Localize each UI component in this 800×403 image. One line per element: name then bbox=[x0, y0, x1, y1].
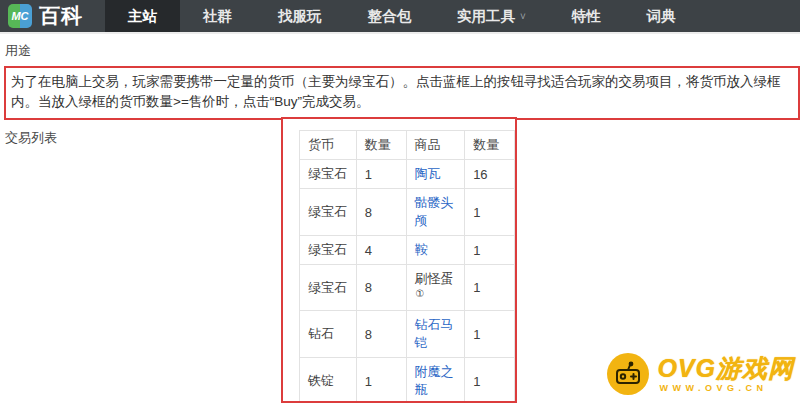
cell-amount: 1 bbox=[465, 189, 515, 236]
cell-quantity: 8 bbox=[356, 265, 406, 311]
header-amount: 数量 bbox=[465, 131, 515, 160]
cell-quantity: 8 bbox=[356, 311, 406, 358]
site-logo[interactable]: MC 百科 bbox=[0, 0, 93, 32]
watermark-url: WWW.OVG.CN bbox=[659, 383, 767, 393]
item-link-附魔之瓶[interactable]: 附魔之瓶 bbox=[415, 364, 454, 397]
trade-row: 绿宝石8刷怪蛋①1 bbox=[300, 265, 515, 311]
usage-paragraph-highlight-box: 为了在电脑上交易，玩家需要携带一定量的货币（主要为绿宝石）。点击蓝框上的按钮寻找… bbox=[4, 66, 800, 120]
mc-logo-icon: MC bbox=[8, 4, 32, 28]
navbar: MC 百科 主站社群找服玩整合包实用工具˅特性词典 bbox=[0, 0, 800, 34]
navbar-items: 主站社群找服玩整合包实用工具˅特性词典 bbox=[105, 0, 699, 32]
nav-item-特性[interactable]: 特性 bbox=[549, 0, 624, 32]
site-title: 百科 bbox=[39, 2, 83, 30]
usage-paragraph-text: 为了在电脑上交易，玩家需要携带一定量的货币（主要为绿宝石）。点击蓝框上的按钮寻找… bbox=[11, 74, 781, 109]
cell-currency: 绿宝石 bbox=[300, 160, 357, 189]
cell-amount: 1 bbox=[465, 265, 515, 311]
trade-table-body: 绿宝石1陶瓦16绿宝石8骷髅头颅1绿宝石4鞍1绿宝石8刷怪蛋①1钻石8钻石马铠1… bbox=[300, 160, 515, 403]
cell-item: 附魔之瓶 bbox=[406, 358, 465, 403]
cell-currency: 铁锭 bbox=[300, 358, 357, 403]
ovg-watermark: OVG游戏网 WWW.OVG.CN bbox=[607, 353, 794, 395]
item-text-刷怪蛋: 刷怪蛋 bbox=[415, 271, 454, 286]
trade-row: 绿宝石1陶瓦16 bbox=[300, 160, 515, 189]
cell-quantity: 1 bbox=[356, 160, 406, 189]
trade-table: 货币 数量 商品 数量 绿宝石1陶瓦16绿宝石8骷髅头颅1绿宝石4鞍1绿宝石8刷… bbox=[299, 130, 515, 403]
cell-quantity: 4 bbox=[356, 236, 406, 265]
nav-item-整合包[interactable]: 整合包 bbox=[345, 0, 435, 32]
cell-item: 鞍 bbox=[406, 236, 465, 265]
cell-amount: 1 bbox=[465, 311, 515, 358]
cell-amount: 1 bbox=[465, 236, 515, 265]
nav-item-社群[interactable]: 社群 bbox=[180, 0, 255, 32]
header-item: 商品 bbox=[406, 131, 465, 160]
gamepad-icon bbox=[607, 353, 649, 395]
item-link-鞍[interactable]: 鞍 bbox=[415, 242, 428, 257]
cell-item: 钻石马铠 bbox=[406, 311, 465, 358]
cell-item: 陶瓦 bbox=[406, 160, 465, 189]
cell-amount: 16 bbox=[465, 160, 515, 189]
cell-item: 刷怪蛋① bbox=[406, 265, 465, 311]
usage-section-label: 用途 bbox=[5, 42, 798, 60]
watermark-text: OVG游戏网 WWW.OVG.CN bbox=[657, 356, 794, 393]
trade-row: 钻石8钻石马铠1 bbox=[300, 311, 515, 358]
header-quantity: 数量 bbox=[356, 131, 406, 160]
cell-quantity: 1 bbox=[356, 358, 406, 403]
nav-item-词典[interactable]: 词典 bbox=[624, 0, 699, 32]
nav-item-主站[interactable]: 主站 bbox=[105, 0, 180, 32]
watermark-title: OVG游戏网 bbox=[657, 356, 794, 381]
trade-row: 绿宝石4鞍1 bbox=[300, 236, 515, 265]
cell-currency: 绿宝石 bbox=[300, 265, 357, 311]
trade-table-highlight-box: 货币 数量 商品 数量 绿宝石1陶瓦16绿宝石8骷髅头颅1绿宝石4鞍1绿宝石8刷… bbox=[281, 117, 517, 403]
cell-currency: 绿宝石 bbox=[300, 236, 357, 265]
footnote-marker: ① bbox=[416, 288, 425, 299]
nav-item-实用工具[interactable]: 实用工具˅ bbox=[434, 0, 549, 32]
trade-row: 铁锭1附魔之瓶1 bbox=[300, 358, 515, 403]
cell-currency: 绿宝石 bbox=[300, 189, 357, 236]
cell-currency: 钻石 bbox=[300, 311, 357, 358]
nav-item-找服玩[interactable]: 找服玩 bbox=[255, 0, 345, 32]
cell-quantity: 8 bbox=[356, 189, 406, 236]
cell-item: 骷髅头颅 bbox=[406, 189, 465, 236]
trade-row: 绿宝石8骷髅头颅1 bbox=[300, 189, 515, 236]
item-link-骷髅头颅[interactable]: 骷髅头颅 bbox=[415, 195, 454, 228]
item-link-钻石马铠[interactable]: 钻石马铠 bbox=[415, 317, 454, 350]
trade-table-header-row: 货币 数量 商品 数量 bbox=[300, 131, 515, 160]
chevron-down-icon: ˅ bbox=[520, 11, 526, 22]
item-link-陶瓦[interactable]: 陶瓦 bbox=[415, 166, 441, 181]
header-currency: 货币 bbox=[300, 131, 357, 160]
cell-amount: 1 bbox=[465, 358, 515, 403]
